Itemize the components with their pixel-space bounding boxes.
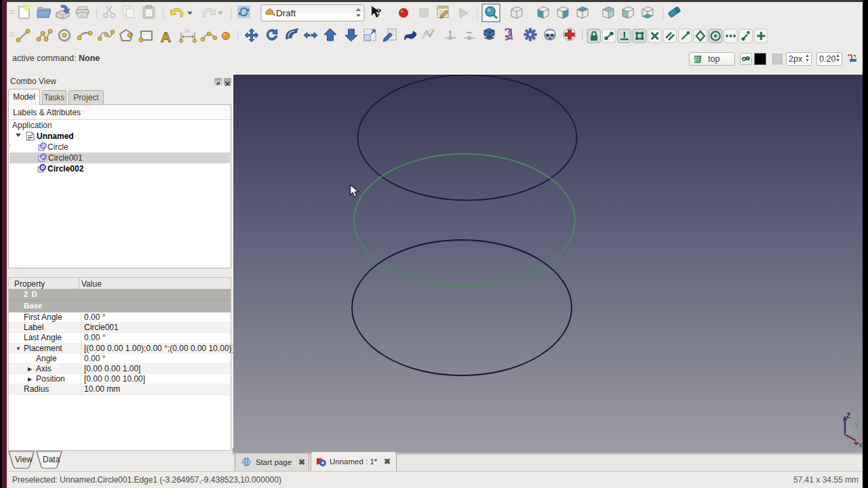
svg-text:Data: Data [43, 455, 60, 464]
svg-text:Y: Y [854, 422, 859, 428]
svg-text:Z: Z [846, 412, 850, 420]
svg-text:A: A [161, 29, 171, 45]
svg-text:?: ? [376, 7, 382, 18]
svg-text:Draft: Draft [276, 8, 296, 18]
svg-text:14: 14 [184, 28, 190, 33]
svg-text:View: View [15, 455, 33, 464]
